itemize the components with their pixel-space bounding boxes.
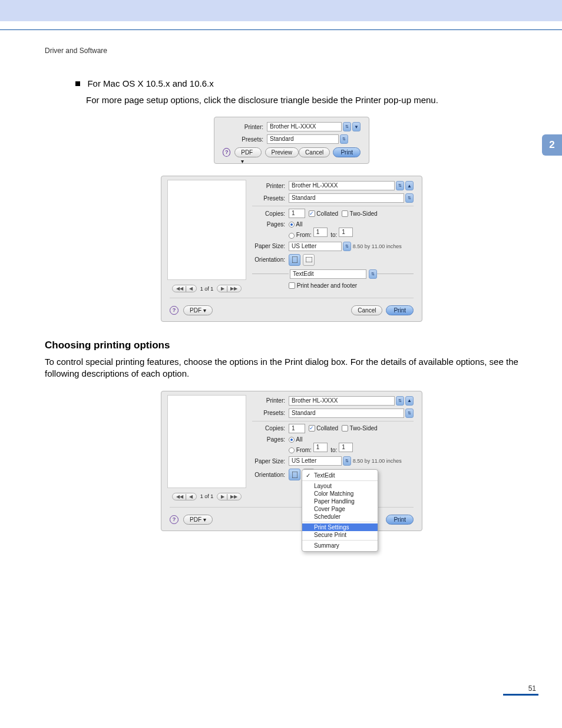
printer-select[interactable]: Brother HL-XXXX (267, 122, 342, 131)
select-arrows-icon[interactable]: ⇅ (405, 409, 414, 418)
cancel-button[interactable]: Cancel (299, 147, 330, 157)
bullet-title: For Mac OS X 10.5.x and 10.6.x (87, 78, 213, 88)
disclosure-triangle-icon[interactable]: ▲ (405, 181, 414, 190)
chapter-tab: 2 (542, 134, 562, 156)
pages-from-radio[interactable] (289, 447, 295, 453)
next-last-button[interactable]: ▶ │ ▶▶ (217, 285, 241, 292)
portrait-button[interactable] (289, 469, 300, 480)
pages-from-radio[interactable] (289, 233, 295, 239)
breadcrumb: Driver and Software (45, 47, 538, 55)
select-arrows-icon[interactable]: ⇅ (343, 242, 351, 251)
pdf-menu-button[interactable]: PDF ▾ (234, 147, 262, 157)
twosided-checkbox[interactable] (342, 425, 348, 431)
select-arrows-icon[interactable]: ⇅ (396, 396, 404, 406)
help-button[interactable]: ? (223, 148, 230, 157)
twosided-checkbox[interactable] (342, 210, 348, 217)
twosided-label: Two-Sided (349, 210, 377, 217)
print-button[interactable]: Print (386, 305, 414, 315)
presets-label: Presets: (252, 410, 289, 416)
copies-label: Copies: (252, 210, 289, 217)
menu-item-printsettings[interactable]: Print Settings (302, 523, 378, 531)
help-button[interactable]: ? (170, 515, 178, 524)
print-dialog-with-menu: ◀◀ │ ◀ 1 of 1 ▶ │ ▶▶ Printer:Brother HL-… (161, 391, 422, 531)
printer-label: Printer: (252, 183, 289, 189)
select-arrows-icon[interactable]: ⇅ (343, 456, 351, 466)
section-body: To control special printing features, ch… (45, 356, 538, 380)
papersize-select[interactable]: US Letter (289, 456, 342, 466)
next-last-button[interactable]: ▶ │ ▶▶ (217, 493, 241, 500)
page-preview (167, 395, 246, 488)
menu-item-coverpage[interactable]: Cover Page (302, 505, 378, 513)
disclosure-triangle-icon[interactable]: ▼ (352, 122, 361, 131)
page-preview (167, 180, 246, 280)
print-hf-checkbox[interactable] (289, 282, 295, 289)
pages-all-label: All (296, 436, 302, 443)
pdf-menu-button[interactable]: PDF ▾ (183, 515, 213, 525)
menu-item-colormatching[interactable]: Color Matching (302, 490, 378, 498)
to-input[interactable]: 1 (339, 228, 353, 237)
page-number: 51 (45, 684, 538, 693)
papersize-label: Paper Size: (252, 243, 289, 249)
papersize-hint: 8.50 by 11.00 inches (353, 243, 402, 249)
printer-label: Printer: (223, 124, 267, 130)
select-arrows-icon[interactable]: ⇅ (369, 269, 377, 279)
twosided-label: Two-Sided (349, 425, 377, 431)
printer-select[interactable]: Brother HL-XXXX (289, 396, 395, 406)
svg-rect-1 (306, 257, 312, 262)
pages-label: Pages: (252, 221, 289, 228)
bullet-heading: For Mac OS X 10.5.x and 10.6.x (75, 78, 515, 89)
select-arrows-icon[interactable]: ⇅ (343, 122, 351, 131)
square-bullet-icon (75, 81, 80, 86)
portrait-button[interactable] (289, 254, 300, 266)
pages-label: Pages: (252, 436, 289, 443)
print-button[interactable]: Print (386, 515, 414, 525)
to-label: to: (330, 447, 337, 453)
menu-item-summary[interactable]: Summary (302, 542, 378, 549)
prev-first-button[interactable]: ◀◀ │ ◀ (172, 493, 196, 500)
papersize-select[interactable]: US Letter (289, 242, 342, 251)
disclosure-triangle-icon[interactable]: ▲ (405, 396, 414, 406)
print-button[interactable]: Print (333, 147, 361, 157)
copies-input[interactable]: 1 (289, 424, 305, 433)
select-arrows-icon[interactable]: ⇅ (405, 193, 414, 203)
to-input[interactable]: 1 (339, 443, 353, 452)
select-arrows-icon[interactable]: ⇅ (396, 181, 404, 190)
preview-button[interactable]: Preview (265, 147, 299, 157)
from-input[interactable]: 1 (313, 443, 328, 452)
select-arrows-icon[interactable]: ⇅ (340, 134, 348, 144)
page-counter: 1 of 1 (200, 286, 214, 292)
orientation-label: Orientation: (252, 256, 289, 263)
page-accent (503, 694, 538, 696)
collated-checkbox[interactable]: ✓ (309, 425, 315, 431)
printer-select[interactable]: Brother HL-XXXX (289, 181, 395, 190)
to-label: to: (330, 232, 337, 238)
collated-checkbox[interactable]: ✓ (309, 210, 315, 217)
menu-item-layout[interactable]: Layout (302, 482, 378, 490)
collated-label: Collated (316, 425, 338, 431)
presets-select[interactable]: Standard (267, 134, 339, 144)
pages-all-radio[interactable] (289, 437, 295, 443)
papersize-hint: 8.50 by 11.00 inches (353, 458, 402, 464)
copies-input[interactable]: 1 (289, 209, 305, 218)
pages-from-label: From: (296, 232, 312, 238)
landscape-button[interactable] (303, 254, 315, 266)
cancel-button[interactable]: Cancel (351, 305, 382, 315)
pages-from-label: From: (296, 447, 312, 453)
presets-select[interactable]: Standard (289, 193, 404, 203)
menu-item-scheduler[interactable]: Scheduler (302, 513, 378, 521)
svg-rect-0 (292, 256, 297, 263)
menu-item-textedit[interactable]: ✓TextEdit (302, 472, 378, 479)
presets-select[interactable]: Standard (289, 409, 404, 418)
section-title: Choosing printing options (45, 340, 538, 351)
section-select[interactable]: TextEdit (290, 269, 366, 279)
section-menu-popup[interactable]: ✓TextEdit Layout Color Matching Paper Ha… (302, 469, 378, 552)
prev-first-button[interactable]: ◀◀ │ ◀ (172, 285, 196, 292)
pages-all-radio[interactable] (289, 222, 295, 228)
from-input[interactable]: 1 (313, 228, 328, 237)
pdf-menu-button[interactable]: PDF ▾ (183, 305, 213, 315)
pages-all-label: All (296, 221, 302, 228)
menu-item-secureprint[interactable]: Secure Print (302, 531, 378, 539)
menu-item-paperhandling[interactable]: Paper Handling (302, 498, 378, 505)
help-button[interactable]: ? (170, 306, 178, 315)
print-dialog-expanded: ◀◀ │ ◀ 1 of 1 ▶ │ ▶▶ Printer:Brother HL-… (161, 176, 422, 322)
